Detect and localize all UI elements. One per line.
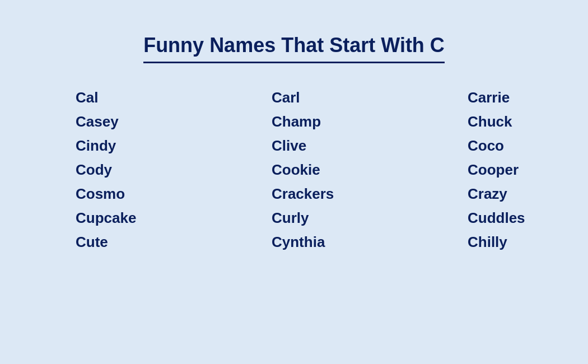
- list-item: Cute: [76, 230, 272, 254]
- list-item: Cuddles: [468, 206, 588, 230]
- list-item: Crackers: [272, 182, 468, 206]
- list-item: Cindy: [76, 134, 272, 158]
- list-item: Cupcake: [76, 206, 272, 230]
- list-item: Chuck: [468, 110, 588, 134]
- title-section: Funny Names That Start With C: [143, 34, 445, 63]
- list-item: Cosmo: [76, 182, 272, 206]
- list-item: Carl: [272, 86, 468, 110]
- page-title: Funny Names That Start With C: [143, 34, 445, 63]
- list-item: Cody: [76, 158, 272, 182]
- list-item: Clive: [272, 134, 468, 158]
- list-item: Curly: [272, 206, 468, 230]
- list-item: Chilly: [468, 230, 588, 254]
- names-grid: CalCaseyCindyCodyCosmoCupcakeCute CarlCh…: [42, 86, 546, 254]
- list-item: Cookie: [272, 158, 468, 182]
- list-item: Casey: [76, 110, 272, 134]
- list-item: Coco: [468, 134, 588, 158]
- column-2: CarlChampCliveCookieCrackersCurlyCynthia: [272, 86, 468, 254]
- list-item: Cal: [76, 86, 272, 110]
- column-3: CarrieChuckCocoCooperCrazyCuddlesChilly: [468, 86, 588, 254]
- list-item: Champ: [272, 110, 468, 134]
- list-item: Cynthia: [272, 230, 468, 254]
- column-1: CalCaseyCindyCodyCosmoCupcakeCute: [76, 86, 272, 254]
- list-item: Cooper: [468, 158, 588, 182]
- list-item: Carrie: [468, 86, 588, 110]
- list-item: Crazy: [468, 182, 588, 206]
